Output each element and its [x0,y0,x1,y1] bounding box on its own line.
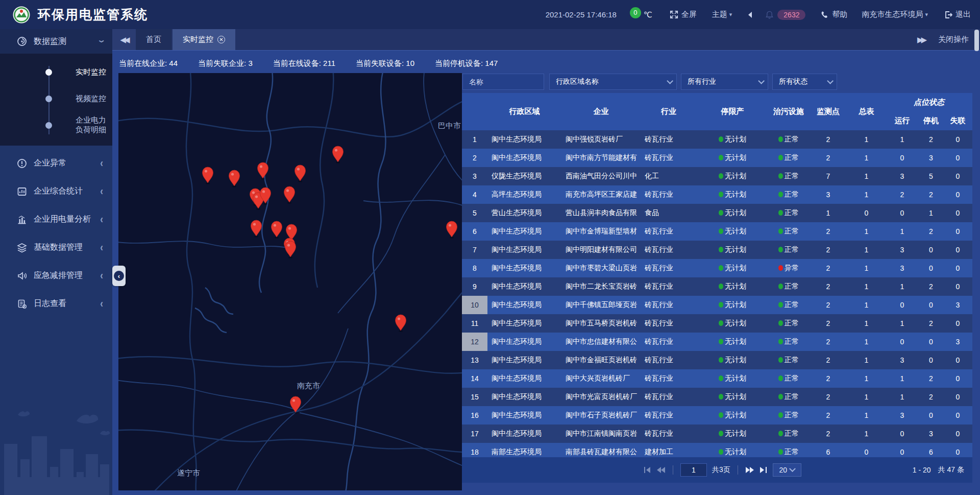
sidebar-item-4[interactable]: 企业用电量分析‹ [0,205,112,233]
map-panel[interactable]: 巴中市南充市遂宁市 [118,73,462,490]
stat-label: 当前失联设备: [356,59,406,67]
page-size-select[interactable]: 20 [773,463,801,477]
row-running-cell: 2 [886,191,919,199]
table-row[interactable]: 16阆中生态环境局阆中市石子页岩机砖厂砖瓦行业无计划正常21300 [462,406,972,425]
status-dot-green-icon [778,320,783,326]
scrollbar-thumb[interactable] [974,30,979,51]
sidebar-item-7[interactable]: 日志查看‹ [0,290,112,318]
table-row[interactable]: 11阆中生态环境局阆中市五马桥页岩机砖砖瓦行业无计划正常21120 [462,314,972,333]
table-row[interactable]: 6阆中生态环境局阆中市金博瑞新型墙材砖瓦行业无计划正常21120 [462,222,972,241]
row-industry-cell: 砖瓦行业 [641,190,697,199]
map-pin-icon[interactable] [447,221,457,239]
map-pin-icon[interactable] [272,221,282,239]
sidebar-subitem[interactable]: 企业电力负荷明细 [0,112,112,138]
table-row[interactable]: 14阆中生态环境局阆中大兴页岩机砖厂砖瓦行业无计划正常21120 [462,369,972,388]
sidebar-subitem[interactable]: 实时监控 [0,59,112,85]
table-row[interactable]: 10阆中生态环境局阆中千佛镇五郎垭页岩砖瓦行业无计划正常21003 [462,296,972,314]
theme-menu[interactable]: 主题▾ [712,10,732,19]
row-offline-cell: 0 [943,319,972,327]
map-pin-icon[interactable] [203,167,213,184]
row-running-cell: 0 [886,209,919,217]
status-filter-select[interactable]: 所有状态 [772,74,837,90]
row-stopped-cell: 0 [919,264,943,272]
row-stopped-cell: 2 [919,135,943,144]
row-running-cell: 0 [886,430,919,438]
row-company-cell: 阆中明阳建材有限公司 [561,245,641,254]
row-company-cell: 阆中千佛镇五郎垭页岩 [561,300,641,310]
map-collapse-button[interactable]: ‹ [112,266,126,286]
sidebar-item-2[interactable]: 企业异常‹ [0,149,112,177]
row-company-cell: 营山县润丰肉食品有限 [561,208,641,218]
table-row[interactable]: 18南部生态环境局南部县砖瓦建材有限公建材加工无计划正常60060 [462,443,972,457]
organization-menu[interactable]: 南充市生态环境局▾ [862,10,928,19]
mute-button[interactable] [746,11,753,18]
sidebar-item-6[interactable]: 应急减排管理‹ [0,262,112,290]
row-total-meter-cell: 1 [847,135,886,144]
table-row[interactable]: 8阆中生态环境局阆中市枣碧大梁山页岩砖瓦行业无计划异常21300 [462,259,972,277]
notifications-button[interactable]: 2632 [766,10,805,20]
status-dot-green-icon [778,210,783,216]
tabs-scroll-left-button[interactable]: ◀◀ [112,29,136,50]
tabs-scroll-right-button[interactable]: ▶▶ [917,35,925,44]
sidebar-item-label: 基础数据管理 [34,242,83,253]
table-row[interactable]: 9阆中生态环境局阆中市二龙长宝页岩砖砖瓦行业无计划正常21120 [462,277,972,296]
region-filter-select[interactable]: 行政区域名称 [549,74,677,90]
next-page-button[interactable] [745,466,754,474]
map-pin-icon[interactable] [295,165,306,182]
previous-page-button[interactable] [656,466,666,474]
sidebar-subitem[interactable]: 视频监控 [0,85,112,112]
help-button[interactable]: 帮助 [821,10,847,19]
tab-close-icon[interactable]: ✕ [217,36,225,43]
sidebar-item-3[interactable]: 企业综合统计‹ [0,177,112,205]
table-row[interactable]: 17阆中生态环境局阆中市江南镇阆南页岩砖瓦行业无计划正常21030 [462,425,972,443]
sidebar-item-5[interactable]: 基础数据管理‹ [0,233,112,262]
row-stopped-cell: 1 [919,209,943,217]
tab-实时监控[interactable]: 实时监控✕ [173,29,235,50]
sidebar-item-1[interactable]: 数据监测‹ [0,29,112,54]
table-row[interactable]: 7阆中生态环境局阆中明阳建材有限公司砖瓦行业无计划正常21300 [462,241,972,259]
row-pollution-facility-cell: 正常 [768,245,809,254]
table-row[interactable]: 15阆中生态环境局阆中市光富页岩机砖厂砖瓦行业无计划正常21120 [462,388,972,406]
row-total-meter-cell: 1 [847,191,886,199]
map-pin-icon[interactable] [251,220,262,238]
temperature-badge: 0 [630,7,641,18]
page-number-input[interactable]: 1 [680,463,707,477]
table-row[interactable]: 13阆中生态环境局阆中市金福旺页岩机砖砖瓦行业无计划正常21300 [462,351,972,369]
status-dot-green-icon [719,228,723,234]
bell-icon [766,11,773,19]
table-row[interactable]: 12阆中生态环境局阆中市忠信建材有限公砖瓦行业无计划正常21003 [462,333,972,351]
row-total-meter-cell: 1 [847,246,886,254]
row-stopped-cell: 2 [919,393,943,401]
table-row[interactable]: 5营山生态环境局营山县润丰肉食品有限食品无计划正常10010 [462,204,972,222]
row-total-meter-cell: 0 [847,448,886,456]
row-stopped-cell: 2 [919,282,943,291]
row-pollution-facility-cell: 正常 [768,411,809,420]
industry-filter-select[interactable]: 所有行业 [681,74,768,90]
table-row[interactable]: 3仪陇生态环境局西南油气田分公司川中化工无计划正常71350 [462,167,972,185]
last-page-button[interactable] [760,466,768,474]
name-filter-input[interactable] [469,78,537,86]
row-offline-cell: 0 [943,209,972,217]
close-operations-menu[interactable]: 关闭操作 [938,35,969,44]
map-pin-icon[interactable] [284,186,295,204]
map-pin-icon[interactable] [258,162,268,180]
logout-button[interactable]: 退出 [944,10,971,19]
status-dot-red-icon [778,265,783,271]
row-offline-cell: 0 [943,227,972,235]
map-pin-icon[interactable] [285,241,296,258]
table-row[interactable]: 4高坪生态环境局南充市高坪区王家店建砖瓦行业无计划正常31220 [462,185,972,204]
fullscreen-button[interactable]: 全屏 [670,10,697,19]
table-row[interactable]: 2阆中生态环境局阆中市南方节能建材有砖瓦行业无计划正常21030 [462,149,972,167]
row-monitor-points-cell: 2 [809,282,847,291]
row-pollution-facility-cell: 正常 [768,135,809,144]
map-pin-icon[interactable] [333,146,344,163]
map-pin-icon[interactable] [396,315,406,332]
row-industry-cell: 砖瓦行业 [641,356,697,365]
row-stopped-cell: 2 [919,191,943,199]
first-page-button[interactable] [643,466,651,474]
row-stopped-cell: 2 [919,374,943,383]
table-row[interactable]: 1阆中生态环境局阆中强锐页岩砖厂砖瓦行业无计划正常21120 [462,130,972,149]
map-pin-icon[interactable] [229,170,240,187]
column-header-point-status: 点位状态 [886,93,972,111]
tab-首页[interactable]: 首页 [136,29,172,50]
